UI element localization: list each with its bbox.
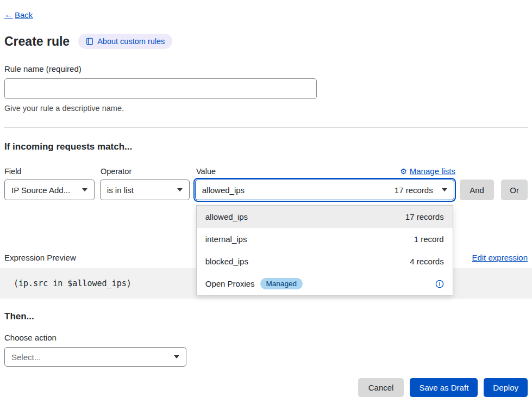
value-select-records: 17 records	[395, 185, 433, 195]
rule-name-label: Rule name (required)	[4, 64, 528, 73]
section-divider	[4, 127, 528, 128]
match-labels-row: Field Operator Value ⚙ Manage lists	[4, 166, 528, 176]
list-option-records: 1 record	[414, 234, 444, 244]
value-select-wrapper: allowed_ips 17 records allowed_ips 17 re…	[195, 180, 454, 200]
field-label: Field	[4, 167, 101, 176]
save-as-draft-button[interactable]: Save as Draft	[410, 378, 478, 397]
list-option-name: Open Proxies	[205, 279, 255, 288]
value-label: Value	[196, 167, 216, 176]
chevron-down-icon	[442, 188, 447, 191]
field-select-value: IP Source Add...	[11, 185, 70, 195]
create-rule-page: ←Back Create rule About custom rules Rul…	[0, 0, 532, 397]
and-button[interactable]: And	[460, 180, 495, 200]
info-icon[interactable]	[435, 280, 444, 288]
back-label: Back	[15, 10, 33, 20]
list-option-records: 4 records	[410, 257, 444, 266]
list-option-name: blocked_ips	[205, 257, 248, 266]
managed-badge: Managed	[260, 278, 303, 289]
operator-label: Operator	[101, 167, 196, 176]
match-heading: If incoming requests match...	[4, 141, 528, 152]
back-arrow-icon: ←	[4, 10, 13, 20]
match-controls-row: IP Source Add... is in list allowed_ips …	[4, 180, 528, 200]
about-custom-rules-link[interactable]: About custom rules	[78, 34, 172, 49]
about-badge-label: About custom rules	[97, 37, 165, 46]
gear-icon: ⚙	[400, 168, 407, 175]
operator-select[interactable]: is in list	[100, 180, 190, 200]
rule-name-input[interactable]	[4, 78, 317, 99]
list-option-internal-ips[interactable]: internal_ips 1 record	[197, 228, 453, 250]
value-select[interactable]: allowed_ips 17 records	[195, 180, 454, 200]
or-button[interactable]: Or	[501, 180, 528, 200]
list-option-records: 17 records	[405, 212, 444, 221]
list-option-open-proxies[interactable]: Open Proxies Managed	[197, 273, 453, 295]
expression-preview-label: Expression Preview	[4, 253, 76, 262]
list-option-allowed-ips[interactable]: allowed_ips 17 records	[197, 206, 453, 228]
list-option-blocked-ips[interactable]: blocked_ips 4 records	[197, 250, 453, 273]
chevron-down-icon	[177, 188, 183, 191]
footer-actions: Cancel Save as Draft Deploy	[4, 378, 528, 397]
choose-action-label: Choose action	[4, 333, 528, 342]
list-option-name: allowed_ips	[205, 212, 248, 221]
list-option-name: internal_ips	[205, 234, 247, 244]
field-select[interactable]: IP Source Add...	[4, 180, 95, 200]
chevron-down-icon	[82, 188, 87, 191]
value-select-value: allowed_ips	[202, 185, 245, 195]
title-row: Create rule About custom rules	[4, 34, 528, 49]
page-title: Create rule	[4, 34, 70, 49]
manage-lists-label: Manage lists	[410, 166, 455, 176]
manage-lists-link[interactable]: ⚙ Manage lists	[400, 166, 455, 176]
action-select[interactable]: Select...	[4, 347, 186, 367]
edit-expression-link[interactable]: Edit expression	[472, 253, 528, 262]
list-dropdown-menu: allowed_ips 17 records internal_ips 1 re…	[196, 205, 453, 295]
cancel-button[interactable]: Cancel	[358, 378, 404, 397]
operator-select-value: is in list	[107, 185, 134, 195]
docs-icon	[86, 38, 93, 45]
deploy-button[interactable]: Deploy	[484, 378, 528, 397]
back-link[interactable]: ←Back	[4, 10, 33, 20]
rule-name-helper: Give your rule a descriptive name.	[4, 104, 528, 113]
then-heading: Then...	[4, 311, 528, 322]
action-select-placeholder: Select...	[11, 352, 41, 362]
chevron-down-icon	[174, 355, 179, 358]
